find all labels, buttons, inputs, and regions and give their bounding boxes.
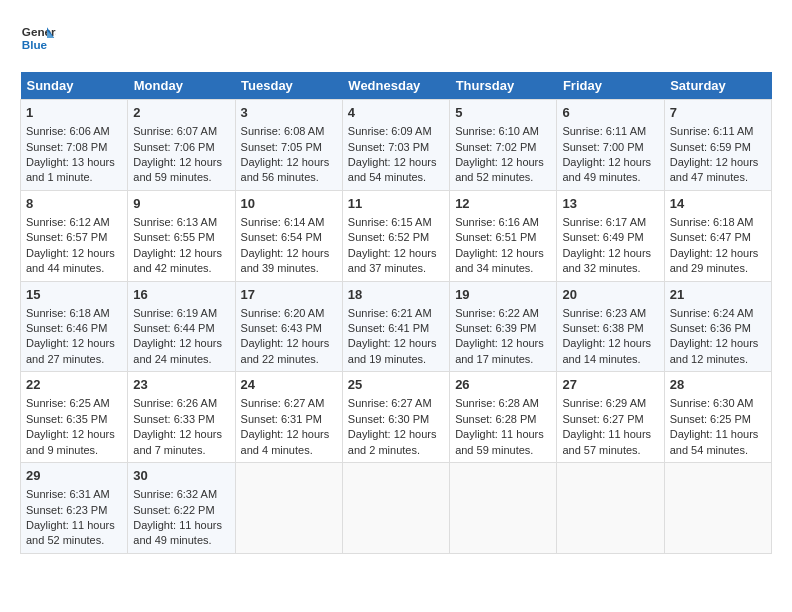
day-info-line: and 39 minutes. xyxy=(241,261,337,276)
day-info-line: Sunset: 7:00 PM xyxy=(562,140,658,155)
day-info-line: Sunset: 6:23 PM xyxy=(26,503,122,518)
day-info-line: Daylight: 12 hours xyxy=(562,336,658,351)
day-info-line: Sunset: 6:51 PM xyxy=(455,230,551,245)
day-info-line: and 24 minutes. xyxy=(133,352,229,367)
calendar-week-row: 15Sunrise: 6:18 AMSunset: 6:46 PMDayligh… xyxy=(21,281,772,372)
day-info-line: and 59 minutes. xyxy=(133,170,229,185)
calendar-cell: 1Sunrise: 6:06 AMSunset: 7:08 PMDaylight… xyxy=(21,100,128,191)
day-number: 30 xyxy=(133,467,229,485)
calendar-cell: 29Sunrise: 6:31 AMSunset: 6:23 PMDayligh… xyxy=(21,463,128,554)
day-info-line: and 19 minutes. xyxy=(348,352,444,367)
day-info-line: Sunrise: 6:26 AM xyxy=(133,396,229,411)
day-info-line: Sunrise: 6:11 AM xyxy=(562,124,658,139)
weekday-header: Monday xyxy=(128,72,235,100)
calendar-cell: 8Sunrise: 6:12 AMSunset: 6:57 PMDaylight… xyxy=(21,190,128,281)
weekday-header: Thursday xyxy=(450,72,557,100)
calendar-cell: 2Sunrise: 6:07 AMSunset: 7:06 PMDaylight… xyxy=(128,100,235,191)
calendar-cell: 18Sunrise: 6:21 AMSunset: 6:41 PMDayligh… xyxy=(342,281,449,372)
day-info-line: Sunrise: 6:25 AM xyxy=(26,396,122,411)
day-info-line: Daylight: 12 hours xyxy=(455,246,551,261)
calendar-cell: 23Sunrise: 6:26 AMSunset: 6:33 PMDayligh… xyxy=(128,372,235,463)
calendar-cell: 19Sunrise: 6:22 AMSunset: 6:39 PMDayligh… xyxy=(450,281,557,372)
day-number: 6 xyxy=(562,104,658,122)
day-number: 23 xyxy=(133,376,229,394)
day-info-line: Sunrise: 6:06 AM xyxy=(26,124,122,139)
calendar-week-row: 22Sunrise: 6:25 AMSunset: 6:35 PMDayligh… xyxy=(21,372,772,463)
calendar-week-row: 1Sunrise: 6:06 AMSunset: 7:08 PMDaylight… xyxy=(21,100,772,191)
day-info-line: and 34 minutes. xyxy=(455,261,551,276)
page-header: General Blue xyxy=(20,20,772,56)
calendar-table: SundayMondayTuesdayWednesdayThursdayFrid… xyxy=(20,72,772,554)
day-number: 14 xyxy=(670,195,766,213)
day-info-line: and 22 minutes. xyxy=(241,352,337,367)
day-number: 20 xyxy=(562,286,658,304)
day-info-line: Sunset: 6:28 PM xyxy=(455,412,551,427)
weekday-header-row: SundayMondayTuesdayWednesdayThursdayFrid… xyxy=(21,72,772,100)
calendar-cell: 30Sunrise: 6:32 AMSunset: 6:22 PMDayligh… xyxy=(128,463,235,554)
day-number: 18 xyxy=(348,286,444,304)
day-number: 8 xyxy=(26,195,122,213)
day-info-line: Sunset: 7:05 PM xyxy=(241,140,337,155)
day-info-line: Sunset: 7:02 PM xyxy=(455,140,551,155)
day-number: 1 xyxy=(26,104,122,122)
day-info-line: Sunrise: 6:22 AM xyxy=(455,306,551,321)
weekday-header: Wednesday xyxy=(342,72,449,100)
day-number: 5 xyxy=(455,104,551,122)
day-info-line: Sunrise: 6:14 AM xyxy=(241,215,337,230)
day-info-line: Sunrise: 6:13 AM xyxy=(133,215,229,230)
day-info-line: and 54 minutes. xyxy=(348,170,444,185)
calendar-cell: 5Sunrise: 6:10 AMSunset: 7:02 PMDaylight… xyxy=(450,100,557,191)
day-info-line: Daylight: 12 hours xyxy=(348,155,444,170)
calendar-cell: 21Sunrise: 6:24 AMSunset: 6:36 PMDayligh… xyxy=(664,281,771,372)
day-info-line: Daylight: 11 hours xyxy=(562,427,658,442)
day-info-line: Sunset: 7:08 PM xyxy=(26,140,122,155)
calendar-cell: 7Sunrise: 6:11 AMSunset: 6:59 PMDaylight… xyxy=(664,100,771,191)
logo-icon: General Blue xyxy=(20,20,56,56)
day-info-line: Daylight: 12 hours xyxy=(348,427,444,442)
calendar-cell: 16Sunrise: 6:19 AMSunset: 6:44 PMDayligh… xyxy=(128,281,235,372)
day-info-line: Sunrise: 6:27 AM xyxy=(241,396,337,411)
day-info-line: Sunset: 6:44 PM xyxy=(133,321,229,336)
day-number: 3 xyxy=(241,104,337,122)
day-number: 29 xyxy=(26,467,122,485)
day-info-line: Daylight: 12 hours xyxy=(455,336,551,351)
day-info-line: Sunrise: 6:09 AM xyxy=(348,124,444,139)
day-info-line: and 47 minutes. xyxy=(670,170,766,185)
day-info-line: and 52 minutes. xyxy=(26,533,122,548)
day-number: 21 xyxy=(670,286,766,304)
day-info-line: and 4 minutes. xyxy=(241,443,337,458)
day-info-line: Sunset: 6:57 PM xyxy=(26,230,122,245)
day-number: 15 xyxy=(26,286,122,304)
day-number: 13 xyxy=(562,195,658,213)
calendar-cell: 9Sunrise: 6:13 AMSunset: 6:55 PMDaylight… xyxy=(128,190,235,281)
day-info-line: Sunset: 6:39 PM xyxy=(455,321,551,336)
day-info-line: Daylight: 12 hours xyxy=(133,155,229,170)
day-number: 4 xyxy=(348,104,444,122)
day-info-line: Sunrise: 6:21 AM xyxy=(348,306,444,321)
day-info-line: Sunset: 6:38 PM xyxy=(562,321,658,336)
day-info-line: Sunrise: 6:20 AM xyxy=(241,306,337,321)
day-info-line: and 27 minutes. xyxy=(26,352,122,367)
day-info-line: Sunrise: 6:18 AM xyxy=(26,306,122,321)
day-info-line: Sunset: 6:31 PM xyxy=(241,412,337,427)
day-info-line: Sunset: 6:33 PM xyxy=(133,412,229,427)
day-info-line: and 17 minutes. xyxy=(455,352,551,367)
day-info-line: Daylight: 12 hours xyxy=(670,246,766,261)
day-info-line: Sunset: 6:25 PM xyxy=(670,412,766,427)
day-info-line: and 9 minutes. xyxy=(26,443,122,458)
day-info-line: Sunset: 6:36 PM xyxy=(670,321,766,336)
day-info-line: and 52 minutes. xyxy=(455,170,551,185)
calendar-cell: 14Sunrise: 6:18 AMSunset: 6:47 PMDayligh… xyxy=(664,190,771,281)
weekday-header: Tuesday xyxy=(235,72,342,100)
day-info-line: Sunset: 6:49 PM xyxy=(562,230,658,245)
day-info-line: and 29 minutes. xyxy=(670,261,766,276)
day-info-line: Sunrise: 6:18 AM xyxy=(670,215,766,230)
calendar-cell: 15Sunrise: 6:18 AMSunset: 6:46 PMDayligh… xyxy=(21,281,128,372)
day-info-line: Sunset: 6:52 PM xyxy=(348,230,444,245)
day-info-line: Sunset: 6:59 PM xyxy=(670,140,766,155)
day-info-line: and 7 minutes. xyxy=(133,443,229,458)
day-number: 9 xyxy=(133,195,229,213)
day-info-line: and 12 minutes. xyxy=(670,352,766,367)
day-info-line: Sunrise: 6:28 AM xyxy=(455,396,551,411)
day-info-line: Daylight: 13 hours xyxy=(26,155,122,170)
